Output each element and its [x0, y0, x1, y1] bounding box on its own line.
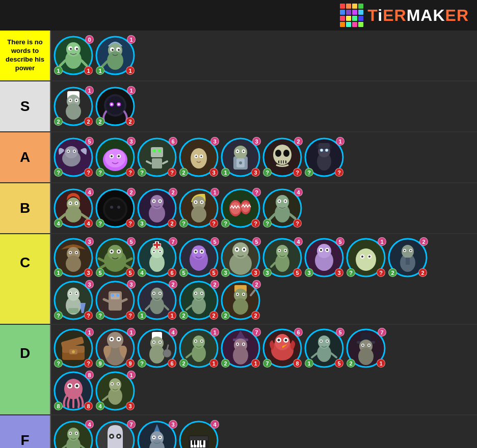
card-a7[interactable]: 1 ? ? [304, 137, 344, 178]
card-c13[interactable]: 2 2 2 [178, 280, 219, 321]
svg-point-56 [196, 156, 197, 157]
card-a6[interactable]: 2 ? ? [262, 137, 303, 178]
card-a4[interactable]: 3 2 3 [178, 137, 219, 178]
card-c10[interactable]: 3 ? ? [53, 280, 94, 321]
svg-point-220 [153, 293, 155, 294]
card-f3[interactable]: 3 3 2 [137, 420, 177, 448]
badge-a7-bl: ? [305, 168, 313, 177]
badge-c7-tr: 5 [336, 237, 344, 246]
card-c12[interactable]: 2 1 1 [137, 280, 177, 321]
card-c9[interactable]: 2 2 2 [387, 237, 428, 278]
card-b6[interactable]: 4 ? ? [262, 188, 303, 229]
card-c11[interactable]: 3 ? ? [95, 280, 136, 321]
card-top2[interactable]: 1 1 1 [95, 35, 136, 76]
card-d3[interactable]: 4 ? 6 [137, 328, 177, 369]
svg-point-157 [160, 251, 161, 253]
svg-point-96 [105, 199, 125, 219]
badge-c13-br: 2 [209, 311, 218, 320]
badge-f3-tr: 3 [169, 420, 177, 429]
svg-point-294 [321, 341, 322, 342]
card-b5[interactable]: ? ? ? [220, 188, 261, 229]
card-f4[interactable]: 4 ? ? [178, 420, 219, 448]
badge-a5-br: 3 [251, 168, 260, 177]
svg-point-133 [76, 252, 77, 254]
badge-c12-bl: 1 [138, 311, 146, 320]
card-d9[interactable]: 8 8 8 [53, 371, 94, 411]
badge-d3-tr: 4 [169, 328, 177, 337]
svg-point-305 [362, 345, 364, 346]
svg-point-192 [368, 256, 370, 258]
card-f2[interactable]: 7 ? ? [95, 420, 136, 448]
badge-s1-bl: 2 [54, 117, 63, 126]
badge-c10-br: ? [84, 311, 93, 320]
card-b2[interactable]: 2 ? ? [95, 188, 136, 229]
svg-rect-153 [153, 244, 161, 246]
card-b3[interactable]: 2 3 2 [137, 188, 177, 229]
card-b1[interactable]: 4 4 4 [53, 188, 94, 229]
badge-a4-tr: 3 [210, 137, 219, 146]
badge-c8-br: ? [377, 268, 385, 277]
card-a2[interactable]: 3 ? ? [95, 137, 136, 178]
tier-label-s: S [0, 81, 51, 131]
d-row1: 1 ? ? 1 [53, 327, 475, 370]
card-d6[interactable]: 6 7 8 [262, 328, 303, 369]
svg-point-318 [112, 383, 113, 385]
badge-c5-tr: 5 [252, 237, 261, 246]
card-f1[interactable]: 4 4 3 [53, 420, 94, 448]
svg-point-335 [118, 435, 120, 437]
card-d8[interactable]: 7 2 1 [346, 328, 386, 369]
tier-row-f: F 4 4 3 [0, 415, 477, 448]
card-c6[interactable]: 4 3 5 [262, 237, 303, 278]
logo-cell [358, 22, 363, 27]
card-d2[interactable]: 1 9 9 [95, 328, 136, 369]
tier-label-top: There is no words to describe his power [0, 31, 51, 80]
card-c3[interactable]: 7 4 6 [137, 237, 177, 278]
svg-point-36 [68, 151, 69, 152]
card-a1[interactable]: 5 ? ? [53, 137, 94, 178]
svg-point-54 [191, 148, 207, 169]
svg-point-200 [410, 250, 412, 251]
badge-f4-tr: 4 [210, 420, 219, 429]
card-d1[interactable]: 1 ? ? [53, 328, 94, 369]
badge-b3-br: 2 [168, 219, 176, 228]
card-d5[interactable]: 7 2 1 [220, 328, 261, 369]
card-top1[interactable]: 0 1 1 [53, 35, 94, 76]
card-d10[interactable]: 1 4 3 [95, 371, 136, 411]
tier-content-d: 1 ? ? 1 [51, 325, 477, 414]
card-c14[interactable]: 2 2 2 [220, 280, 261, 321]
card-c2[interactable]: 5 5 5 [95, 237, 136, 278]
card-s2[interactable]: 1 2 2 [95, 86, 136, 127]
svg-point-43 [111, 155, 113, 157]
card-d7[interactable]: 5 1 5 [304, 328, 344, 369]
svg-point-262 [160, 342, 161, 343]
badge-top1-bl: 1 [54, 66, 63, 75]
card-a5[interactable]: 3 1 3 [220, 137, 261, 178]
badge-c8-tr: 1 [378, 237, 386, 246]
badge-c3-tr: 7 [169, 237, 177, 246]
badge-d5-tr: 7 [252, 328, 261, 337]
badge-c11-br: ? [126, 311, 135, 320]
logo-cell [346, 22, 351, 27]
card-c8[interactable]: 1 ? ? [346, 237, 386, 278]
badge-c12-br: 1 [168, 311, 176, 320]
svg-point-241 [243, 294, 245, 295]
badge-d9-tr: 8 [85, 371, 94, 379]
card-c4[interactable]: 5 5 5 [178, 237, 219, 278]
card-b4[interactable]: 1 ? ? [178, 188, 219, 229]
logo-cell [340, 10, 345, 15]
card-c1[interactable]: 3 1 3 [53, 237, 94, 278]
card-c7[interactable]: 5 3 3 [304, 237, 344, 278]
badge-c6-br: 5 [293, 268, 302, 277]
tier-row-d: D 1 ? ? [0, 325, 477, 415]
card-a3[interactable]: 6 ? ? [137, 137, 177, 178]
badge-s2-bl: 2 [96, 117, 104, 126]
card-d4[interactable]: 1 2 1 [178, 328, 219, 369]
card-c5[interactable]: 5 3 3 [220, 237, 261, 278]
card-s1[interactable]: 1 2 2 [53, 86, 94, 127]
svg-point-71 [283, 150, 289, 157]
tier-row-top: There is no words to describe his power [0, 31, 477, 81]
svg-point-105 [160, 201, 161, 202]
svg-point-190 [361, 256, 363, 258]
svg-rect-353 [195, 440, 197, 445]
svg-point-45 [118, 155, 120, 157]
